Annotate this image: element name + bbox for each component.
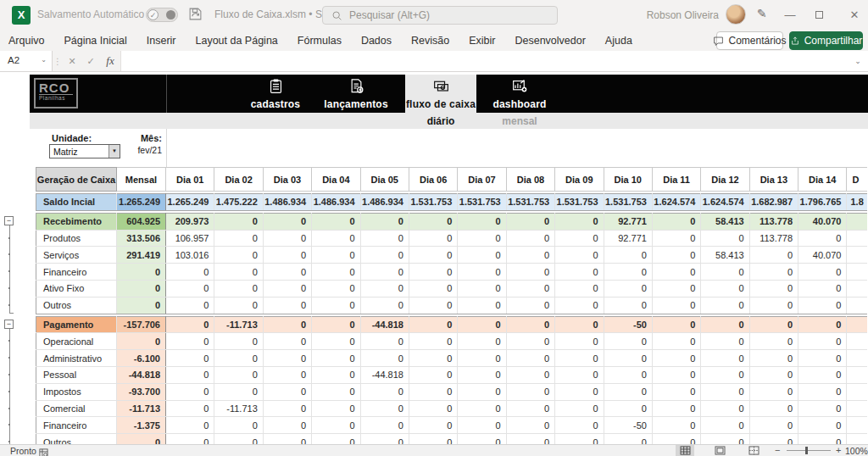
day-value[interactable]: 0 xyxy=(701,350,749,367)
day-value[interactable]: 0 xyxy=(360,297,409,314)
day-value[interactable]: 0 xyxy=(263,316,311,333)
day-value[interactable]: 0 xyxy=(555,417,604,434)
day-value[interactable]: 0 xyxy=(798,350,847,367)
day-value[interactable]: 0 xyxy=(604,350,652,367)
day-value[interactable]: 0 xyxy=(360,350,409,367)
day-value[interactable]: 0 xyxy=(214,247,263,264)
day-value[interactable]: 0 xyxy=(409,280,457,297)
day-value[interactable]: 0 xyxy=(214,350,263,367)
day-value[interactable]: 0 xyxy=(458,280,506,297)
day-value[interactable]: 0 xyxy=(652,213,700,230)
day-value[interactable]: 0 xyxy=(555,247,604,264)
day-value[interactable]: 92.771 xyxy=(604,213,652,230)
row-label[interactable]: Outros xyxy=(36,297,117,314)
day-value[interactable]: 0 xyxy=(360,417,409,434)
cancel-icon[interactable]: ✕ xyxy=(63,56,81,67)
day-value[interactable]: 0 xyxy=(604,247,652,264)
zoom-percent-label[interactable]: 100% xyxy=(845,446,868,456)
row-label[interactable]: Serviços xyxy=(36,247,117,264)
menu-formulas[interactable]: Fórmulas xyxy=(298,35,342,47)
day-value[interactable]: 0 xyxy=(506,247,554,264)
day-header[interactable]: Dia 12 xyxy=(701,168,749,192)
monthly-value[interactable]: 604.925 xyxy=(117,213,166,230)
day-value[interactable]: 0 xyxy=(166,316,214,333)
day-header[interactable]: Dia 01 xyxy=(166,168,214,192)
day-value[interactable]: 0 xyxy=(312,417,360,434)
day-value[interactable]: 0 xyxy=(214,333,263,350)
row-label[interactable]: Financeiro xyxy=(36,417,117,434)
day-value[interactable]: 0 xyxy=(604,383,652,400)
day-value[interactable]: 0 xyxy=(701,417,749,434)
clipped-day-value[interactable] xyxy=(847,417,867,434)
day-value[interactable]: 0 xyxy=(652,366,700,383)
day-value[interactable]: 0 xyxy=(360,400,409,417)
menu-inserir[interactable]: Inserir xyxy=(147,35,176,47)
day-value[interactable]: 0 xyxy=(555,434,604,444)
autosave-toggle[interactable]: ✓ xyxy=(146,8,178,22)
day-value[interactable]: 0 xyxy=(506,417,554,434)
day-value[interactable]: 0 xyxy=(506,280,554,297)
day-value[interactable]: 0 xyxy=(409,366,457,383)
day-value[interactable]: 0 xyxy=(555,213,604,230)
menu-arquivo[interactable]: Arquivo xyxy=(8,35,44,47)
day-value[interactable]: 0 xyxy=(749,417,798,434)
menu-exibir[interactable]: Exibir xyxy=(469,35,495,47)
day-value[interactable]: 0 xyxy=(409,297,457,314)
day-value[interactable]: 0 xyxy=(798,366,847,383)
day-value[interactable]: 0 xyxy=(458,297,506,314)
day-value[interactable]: 0 xyxy=(652,333,700,350)
day-header[interactable]: Dia 09 xyxy=(555,168,604,192)
day-value[interactable]: 0 xyxy=(749,264,798,281)
day-value[interactable]: 0 xyxy=(360,213,409,230)
day-value[interactable]: 113.778 xyxy=(749,230,798,247)
day-value[interactable]: 0 xyxy=(604,366,652,383)
day-value[interactable]: 0 xyxy=(798,383,847,400)
day-value[interactable]: 0 xyxy=(458,333,506,350)
day-value[interactable]: 0 xyxy=(652,297,700,314)
day-value[interactable]: 0 xyxy=(749,316,798,333)
day-value[interactable]: 0 xyxy=(798,400,847,417)
day-value[interactable]: 1.486.934 xyxy=(360,194,409,211)
day-value[interactable]: 0 xyxy=(312,333,360,350)
day-value[interactable]: 0 xyxy=(214,383,263,400)
clipped-day-value[interactable] xyxy=(847,247,867,264)
day-value[interactable]: 0 xyxy=(604,297,652,314)
clipped-day-value[interactable] xyxy=(847,297,867,314)
day-value[interactable]: 0 xyxy=(652,400,700,417)
day-value[interactable]: 0 xyxy=(749,297,798,314)
day-value[interactable]: 0 xyxy=(409,230,457,247)
day-value[interactable]: 0 xyxy=(701,316,749,333)
day-value[interactable]: 0 xyxy=(701,264,749,281)
row-label[interactable]: Outros xyxy=(36,434,117,444)
row-label[interactable]: Saldo Incial xyxy=(36,194,117,211)
day-value[interactable]: 0 xyxy=(798,280,847,297)
day-value[interactable]: 0 xyxy=(798,264,847,281)
day-value[interactable]: 0 xyxy=(312,280,360,297)
day-header[interactable]: Dia 06 xyxy=(409,168,457,192)
day-value[interactable]: 0 xyxy=(555,230,604,247)
day-value[interactable]: 0 xyxy=(701,366,749,383)
day-value[interactable]: 0 xyxy=(409,383,457,400)
day-value[interactable]: 0 xyxy=(312,247,360,264)
clipped-day-value[interactable] xyxy=(847,350,867,367)
day-value[interactable]: 0 xyxy=(506,316,554,333)
clipped-day-value[interactable] xyxy=(847,213,867,230)
day-header[interactable]: Dia 07 xyxy=(458,168,506,192)
close-button[interactable]: ✕ xyxy=(846,8,863,21)
day-value[interactable]: 0 xyxy=(555,366,604,383)
day-value[interactable]: 0 xyxy=(312,316,360,333)
day-value[interactable]: 1.531.753 xyxy=(458,194,506,211)
row-label[interactable]: Operacional xyxy=(36,333,117,350)
row-label[interactable]: Impostos xyxy=(36,383,117,400)
monthly-value[interactable]: -93.700 xyxy=(117,383,166,400)
day-value[interactable]: 0 xyxy=(312,434,360,444)
collapse-group-button[interactable]: − xyxy=(4,320,14,329)
day-value[interactable]: 1.531.753 xyxy=(555,194,604,211)
day-value[interactable]: 106.957 xyxy=(166,230,214,247)
day-value[interactable]: 0 xyxy=(749,383,798,400)
day-value[interactable]: 0 xyxy=(458,230,506,247)
day-header[interactable]: Dia 13 xyxy=(749,168,798,192)
monthly-value[interactable]: -1.375 xyxy=(117,417,166,434)
day-value[interactable]: 0 xyxy=(214,280,263,297)
day-value[interactable]: 0 xyxy=(701,400,749,417)
